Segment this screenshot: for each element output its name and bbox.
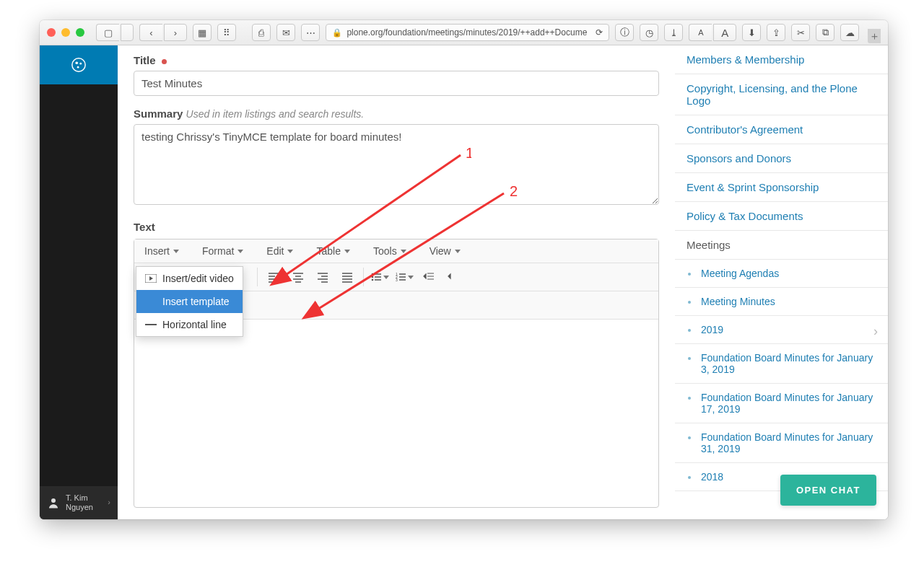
nav-sponsors[interactable]: Sponsors and Donors <box>675 144 888 172</box>
title-label: Title <box>134 54 659 66</box>
required-marker <box>162 59 167 64</box>
zoom-window-button[interactable] <box>76 28 84 37</box>
user-icon <box>47 496 60 509</box>
portlet-navigation: Members & Membership Copyright, Licensin… <box>675 45 888 491</box>
align-right-button[interactable] <box>311 266 334 288</box>
summary-hint: Used in item listings and search results… <box>186 108 365 120</box>
nav-copyright[interactable]: Copyright, Licensing, and the Plone Logo <box>675 74 888 115</box>
print-button[interactable]: ⎙ <box>252 24 271 41</box>
user-name-line2: Nguyen <box>66 503 93 512</box>
bullet-list-button[interactable] <box>368 266 391 288</box>
text-label: Text <box>134 221 659 233</box>
minimize-window-button[interactable] <box>61 28 70 37</box>
sidebar-toggle-button[interactable]: ▢ <box>96 24 119 41</box>
cloud-button[interactable]: ☁ <box>840 24 859 41</box>
svg-text:3: 3 <box>396 278 398 282</box>
svg-point-8 <box>371 276 373 278</box>
svg-point-9 <box>371 279 373 281</box>
grid-button[interactable]: ⠿ <box>217 24 236 41</box>
menu-edit[interactable]: Edit <box>258 241 302 261</box>
lock-icon: 🔒 <box>332 28 342 38</box>
open-chat-button[interactable]: OPEN CHAT <box>780 475 876 506</box>
back-button[interactable]: ‹ <box>139 24 162 41</box>
nav-meetings[interactable]: Meetings <box>675 231 888 259</box>
svg-point-2 <box>79 63 82 65</box>
outdent-button[interactable] <box>417 266 440 288</box>
textsize-small-button[interactable]: A <box>689 24 712 41</box>
menu-tools[interactable]: Tools <box>365 241 415 261</box>
url-bar[interactable]: 🔒 plone.org/foundation/meetings/minutes/… <box>326 24 609 41</box>
insert-dropdown: Insert/edit video Insert template Horizo… <box>136 266 243 337</box>
extension2-button[interactable]: ⤓ <box>664 24 683 41</box>
nav-minutes[interactable]: Meeting Minutes <box>675 288 888 315</box>
menuitem-horizontal-line[interactable]: Horizontal line <box>136 313 243 336</box>
close-window-button[interactable] <box>47 28 56 37</box>
nav-policy[interactable]: Policy & Tax Documents <box>675 202 888 230</box>
svg-marker-6 <box>149 276 153 281</box>
mail-button[interactable]: ✉ <box>276 24 295 41</box>
richtext-editor: Insert Insert/edit video Insert template <box>134 239 659 508</box>
plone-logo[interactable] <box>40 45 118 84</box>
forward-button[interactable]: › <box>164 24 187 41</box>
menu-table[interactable]: Table <box>308 241 358 261</box>
browser-titlebar: ▢ ‹ › ▦ ⠿ ⎙ ✉ ⋯ 🔒 plone.org/foundation/m… <box>40 20 888 45</box>
summary-label: Summary Used in item listings and search… <box>134 107 659 120</box>
indent-button[interactable] <box>442 266 465 288</box>
svg-point-1 <box>75 61 78 64</box>
plone-icon <box>71 57 87 73</box>
nav-jan31[interactable]: Foundation Board Minutes for January 31,… <box>675 423 888 462</box>
chevron-right-icon: › <box>873 324 878 339</box>
topsites-button[interactable]: ▦ <box>193 24 212 41</box>
align-left-button[interactable] <box>262 266 285 288</box>
hr-icon <box>145 324 157 325</box>
menu-format[interactable]: Format <box>193 241 252 261</box>
extension1-button[interactable]: ◷ <box>640 24 658 41</box>
menuitem-insert-video[interactable]: Insert/edit video <box>136 267 243 290</box>
title-input[interactable] <box>134 71 659 96</box>
svg-point-4 <box>51 498 56 503</box>
align-justify-button[interactable] <box>336 266 359 288</box>
nav-jan3[interactable]: Foundation Board Minutes for January 3, … <box>675 344 888 383</box>
svg-point-0 <box>72 58 85 71</box>
nav-agendas[interactable]: Meeting Agendas <box>675 260 888 287</box>
nav-event[interactable]: Event & Sprint Sponsorship <box>675 173 888 201</box>
share-button[interactable]: ⇪ <box>767 24 785 41</box>
extension3-button[interactable]: ✂ <box>791 24 810 41</box>
nav-2019[interactable]: 2019› <box>675 316 888 343</box>
menu-view[interactable]: View <box>421 241 469 261</box>
reload-icon[interactable]: ⟳ <box>596 27 603 38</box>
more-button[interactable]: ⋯ <box>301 24 320 41</box>
new-tab-button[interactable]: ＋ <box>868 29 881 43</box>
editor-content-area[interactable] <box>134 320 658 507</box>
align-center-button[interactable] <box>287 266 310 288</box>
textsize-large-button[interactable]: A <box>713 24 736 41</box>
privacy-button[interactable]: ⓘ <box>615 24 634 41</box>
downloads-button[interactable]: ⬇ <box>742 24 761 41</box>
user-menu[interactable]: T. Kim Nguyen › <box>40 486 118 519</box>
video-icon <box>145 274 157 283</box>
plone-toolbar: T. Kim Nguyen › <box>40 45 118 519</box>
number-list-button[interactable]: 123 <box>393 266 416 288</box>
url-text: plone.org/foundation/meetings/minutes/20… <box>346 27 587 38</box>
nav-members[interactable]: Members & Membership <box>675 45 888 74</box>
tabs-button[interactable]: ⧉ <box>816 24 834 41</box>
svg-point-3 <box>77 66 79 69</box>
menu-insert[interactable]: Insert Insert/edit video Insert template <box>136 241 188 261</box>
window-controls <box>47 28 90 37</box>
svg-point-7 <box>371 273 373 276</box>
nav-contrib[interactable]: Contributor's Agreement <box>675 115 888 144</box>
menuitem-insert-template[interactable]: Insert template <box>136 290 243 313</box>
summary-textarea[interactable] <box>134 124 659 205</box>
nav-jan17[interactable]: Foundation Board Minutes for January 17,… <box>675 384 888 423</box>
user-name-line1: T. Kim <box>66 493 93 503</box>
sidebar-menu-button[interactable] <box>121 24 134 41</box>
